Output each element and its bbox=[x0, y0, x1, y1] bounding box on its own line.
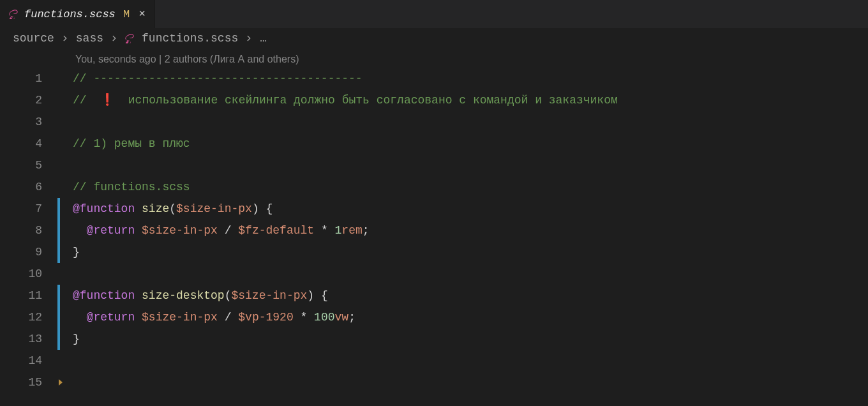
line-number: 15 bbox=[0, 372, 57, 393]
sass-file-icon bbox=[9, 9, 19, 19]
code-line: 12 @return $size-in-px / $vp-1920 * 100v… bbox=[0, 306, 868, 328]
line-number: 10 bbox=[0, 263, 57, 285]
line-number: 14 bbox=[0, 350, 57, 372]
breadcrumb-item-source[interactable]: source bbox=[13, 32, 54, 45]
code-token: @return bbox=[87, 311, 135, 324]
close-icon[interactable]: × bbox=[138, 8, 146, 20]
code-line: 11 @function size-desktop($size-in-px) { bbox=[0, 285, 868, 306]
code-line: 15 bbox=[0, 372, 868, 393]
chevron-right-icon bbox=[61, 34, 70, 43]
code-line: 8 @return $size-in-px / $fz-default * 1r… bbox=[0, 220, 868, 241]
line-number: 2 bbox=[0, 89, 57, 111]
code-line: 6 // functions.scss bbox=[0, 176, 868, 198]
code-line: 7 @function size($size-in-px) { bbox=[0, 198, 868, 220]
code-token: ; bbox=[348, 311, 355, 324]
line-number: 13 bbox=[0, 328, 57, 350]
gitlens-annotation[interactable]: You, seconds ago | 2 authors (Лига А and… bbox=[0, 50, 868, 68]
code-token: $size-in-px bbox=[231, 289, 307, 302]
code-token: / bbox=[218, 311, 238, 324]
code-line: 5 bbox=[0, 154, 868, 176]
comment-text: // -------------------------------------… bbox=[73, 72, 363, 85]
line-number: 6 bbox=[0, 176, 57, 198]
code-token: } bbox=[73, 246, 80, 259]
code-line: 2 // ❗ использование скейлинга должно бы… bbox=[0, 89, 868, 111]
comment-text: // 1) ремы в плюс bbox=[73, 137, 190, 150]
code-token: * bbox=[314, 224, 334, 237]
code-token: 1 bbox=[335, 224, 342, 237]
line-number: 12 bbox=[0, 306, 57, 328]
code-token: $fz-default bbox=[238, 224, 314, 237]
line-number: 1 bbox=[0, 68, 57, 89]
code-token: $vp-1920 bbox=[238, 311, 293, 324]
line-number: 7 bbox=[0, 198, 57, 220]
breadcrumb: source sass functions.scss … bbox=[0, 28, 868, 50]
code-line: 13 } bbox=[0, 328, 868, 350]
code-token: ) { bbox=[307, 289, 327, 302]
chevron-right-icon bbox=[110, 34, 119, 43]
code-token: ( bbox=[169, 202, 176, 215]
code-token: ) { bbox=[252, 202, 273, 215]
code-line: 9 } bbox=[0, 241, 868, 263]
breadcrumb-item-file[interactable]: functions.scss bbox=[142, 32, 238, 45]
code-token: @return bbox=[87, 224, 135, 237]
code-token: $size-in-px bbox=[142, 311, 218, 324]
comment-text: // functions.scss bbox=[73, 181, 190, 193]
code-token: @function bbox=[73, 202, 135, 215]
warning-triangle-icon bbox=[59, 379, 63, 386]
line-number: 9 bbox=[0, 241, 57, 263]
chevron-right-icon bbox=[244, 34, 253, 43]
sass-file-icon bbox=[125, 33, 135, 43]
code-line: 1 // -----------------------------------… bbox=[0, 68, 868, 89]
comment-text: использование скейлинга должно быть согл… bbox=[114, 94, 618, 107]
code-token: size-desktop bbox=[142, 289, 225, 302]
code-token: rem bbox=[341, 224, 362, 237]
breadcrumb-ellipsis[interactable]: … bbox=[260, 32, 267, 45]
code-line: 3 bbox=[0, 111, 868, 133]
line-number: 11 bbox=[0, 285, 57, 306]
code-token: $size-in-px bbox=[176, 202, 252, 215]
code-token: vw bbox=[335, 311, 349, 324]
code-token: } bbox=[73, 333, 80, 345]
code-token: 100 bbox=[314, 311, 334, 324]
code-token: ( bbox=[225, 289, 232, 302]
code-line: 4 // 1) ремы в плюс bbox=[0, 133, 868, 154]
comment-text: // bbox=[73, 94, 100, 107]
line-number: 8 bbox=[0, 220, 57, 241]
code-token: $size-in-px bbox=[142, 224, 218, 237]
code-editor[interactable]: You, seconds ago | 2 authors (Лига А and… bbox=[0, 50, 868, 393]
code-line: 10 bbox=[0, 263, 868, 285]
code-token: / bbox=[218, 224, 238, 237]
modified-badge: M bbox=[123, 8, 130, 20]
editor-tab[interactable]: functions.scss M × bbox=[0, 0, 155, 28]
code-token: @function bbox=[73, 289, 135, 302]
line-number: 3 bbox=[0, 111, 57, 133]
line-number: 5 bbox=[0, 154, 57, 176]
code-token: ; bbox=[363, 224, 370, 237]
tab-filename: functions.scss M bbox=[24, 8, 130, 20]
code-token: * bbox=[294, 311, 314, 324]
line-number: 4 bbox=[0, 133, 57, 154]
code-token: size bbox=[142, 202, 169, 215]
code-line: 14 bbox=[0, 350, 868, 372]
tab-bar: functions.scss M × bbox=[0, 0, 868, 28]
breadcrumb-item-sass[interactable]: sass bbox=[76, 32, 103, 45]
warning-icon: ❗ bbox=[100, 94, 114, 107]
